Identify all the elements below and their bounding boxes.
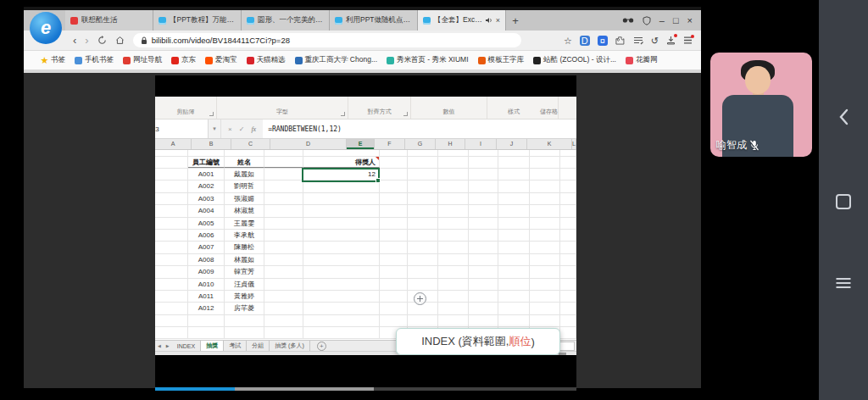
dialog-launcher-icon[interactable]	[341, 112, 345, 116]
add-sheet-button[interactable]: +	[317, 342, 326, 351]
column-header[interactable]: F	[375, 139, 405, 149]
cell-name[interactable]: 王麗雯	[225, 218, 264, 229]
column-header[interactable]: E	[347, 139, 375, 149]
sheet-tab[interactable]: 考試	[224, 341, 247, 351]
bookmark-item[interactable]: 网址导航	[123, 55, 162, 65]
home-icon[interactable]	[115, 36, 125, 45]
sheet-tab[interactable]: 抽獎	[201, 341, 224, 351]
selected-cell-E3[interactable]: 12	[302, 168, 380, 182]
cell-employee-id[interactable]: A006	[188, 230, 225, 241]
browser-tab[interactable]: 圆形、一个完美的形状!	[242, 10, 330, 31]
tab-audio-icon[interactable]	[486, 17, 492, 24]
sheet-next-icon[interactable]: ▶	[164, 341, 172, 351]
table-row[interactable]: A008 林麗如	[155, 254, 576, 266]
cell-employee-id[interactable]: A008	[188, 254, 225, 265]
back-button[interactable]: ‹	[73, 34, 76, 47]
dialog-launcher-icon[interactable]	[403, 112, 408, 116]
browser-tab[interactable]: 【全套】Excel零基 ×	[418, 10, 506, 31]
browser-tab[interactable]: 【PPT教程】万能的随机抽	[153, 10, 242, 31]
extension-icon[interactable]: D	[580, 36, 590, 46]
forward-button[interactable]: ›	[85, 34, 88, 47]
minimize-button[interactable]: –	[659, 16, 665, 25]
url-field[interactable]: bilibili.com/video/BV184411C7Ci?p=28	[133, 33, 521, 47]
home-square-icon[interactable]	[836, 194, 851, 209]
ribbon-group[interactable]: 樣式	[487, 97, 540, 119]
close-window-button[interactable]: ×	[687, 16, 693, 25]
column-header[interactable]: B	[192, 139, 231, 149]
browser-logo-icon[interactable]: e	[30, 12, 62, 44]
bookmark-item[interactable]: 京东	[171, 55, 196, 65]
cancel-entry-icon[interactable]: ×	[228, 125, 232, 133]
new-tab-button[interactable]: +	[506, 10, 525, 31]
cell-employee-id[interactable]: A011	[188, 291, 225, 302]
cell-name[interactable]: 房芊菱	[225, 303, 264, 314]
column-header[interactable]: H	[436, 139, 465, 149]
bookmark-item[interactable]: 天猫精选	[247, 55, 286, 65]
incognito-glasses-icon[interactable]	[622, 17, 634, 24]
sheet-tab[interactable]: 分組	[247, 341, 270, 351]
bookmark-item[interactable]: 重庆工商大学 Chong...	[295, 55, 378, 65]
header-winner[interactable]: 得獎人	[303, 157, 380, 168]
table-row[interactable]: A012 房芊菱	[155, 303, 576, 314]
table-row[interactable]: A006 李承航	[155, 230, 576, 242]
bookmark-item[interactable]: 手机书签	[75, 55, 114, 65]
cell-name[interactable]: 陳勝松	[225, 242, 264, 253]
column-header[interactable]: K	[527, 139, 572, 149]
cell-name[interactable]: 黃雅婷	[225, 291, 264, 302]
browser-tab[interactable]: 联想酷生活	[65, 10, 153, 31]
cell-employee-id[interactable]: A003	[188, 193, 225, 204]
bookmark-star-icon[interactable]: ☆	[564, 36, 572, 46]
refresh-icon[interactable]	[97, 36, 107, 45]
cell-employee-id[interactable]: A002	[188, 181, 225, 192]
name-box[interactable]: E3	[155, 119, 209, 138]
cell-employee-id[interactable]: A012	[188, 303, 225, 314]
bookmark-item[interactable]: 秀米首页 - 秀米 XIUMI	[387, 55, 469, 65]
cell-name[interactable]: 林淑慧	[225, 205, 264, 216]
sheet-tab[interactable]: 抽獎 (多人)	[270, 341, 310, 351]
cell-name[interactable]: 劉明哲	[225, 181, 264, 192]
column-header[interactable]: J	[497, 139, 527, 149]
bookmark-item[interactable]: ★ 书签	[41, 55, 65, 65]
table-row[interactable]: A010 汪貞儀	[155, 279, 576, 291]
cell-name[interactable]: 張淑媚	[225, 193, 264, 204]
download-icon[interactable]	[666, 36, 676, 45]
back-chevron-icon[interactable]	[837, 108, 849, 129]
maximize-button[interactable]: □	[673, 16, 679, 25]
column-header[interactable]: L	[572, 139, 576, 149]
confirm-entry-icon[interactable]: ✓	[239, 125, 245, 133]
table-row[interactable]: A011 黃雅婷	[155, 291, 576, 303]
cell-employee-id[interactable]: A005	[188, 218, 225, 229]
header-name[interactable]: 姓名	[225, 157, 264, 168]
bookmark-item[interactable]: 站酷 (ZCOOL) - 设计...	[533, 55, 616, 65]
ribbon-group[interactable]: 對齊方式	[348, 97, 411, 119]
column-header[interactable]: I	[465, 139, 497, 149]
ribbon-group[interactable]: 儲存格	[540, 97, 559, 119]
cell-name[interactable]: 李承航	[225, 230, 264, 241]
bookmark-item[interactable]: 模板王字库	[478, 55, 525, 65]
browser-tab[interactable]: 利用PPT做随机点名_哔哩	[330, 10, 418, 31]
table-row[interactable]: A003 張淑媚	[155, 193, 576, 205]
video-progress-bar[interactable]	[155, 387, 576, 391]
table-row[interactable]: A004 林淑慧	[155, 205, 576, 217]
puzzle-extensions-icon[interactable]	[615, 36, 626, 46]
recents-menu-icon[interactable]	[837, 278, 851, 288]
cell-employee-id[interactable]: A001	[188, 169, 225, 180]
webcam-overlay[interactable]: 喻智成	[710, 53, 812, 157]
history-undo-icon[interactable]: ↺	[651, 36, 659, 46]
cell-name[interactable]: 戴麗如	[225, 169, 264, 180]
sheet-prev-icon[interactable]: ◀	[155, 341, 164, 351]
column-header[interactable]: C	[231, 139, 270, 149]
cell-employee-id[interactable]: A010	[188, 279, 225, 290]
dialog-launcher-icon[interactable]	[209, 112, 214, 116]
video-frame[interactable]: 剪貼簿 字型 對齊方式	[155, 75, 576, 392]
table-row[interactable]: A009 韓宜芳	[155, 266, 576, 278]
sheet-tab[interactable]: INDEX	[172, 341, 201, 351]
bookmark-item[interactable]: 爱淘宝	[205, 55, 237, 65]
bookmark-item[interactable]: 花瓣网	[626, 55, 658, 65]
cell-name[interactable]: 汪貞儀	[225, 279, 264, 290]
table-row[interactable]: A005 王麗雯	[155, 218, 576, 230]
ribbon-group[interactable]: 數值	[411, 97, 487, 119]
insert-function-button[interactable]: fx	[251, 125, 256, 133]
ribbon-group[interactable]: 字型	[217, 97, 348, 119]
shield-icon[interactable]	[643, 16, 651, 25]
